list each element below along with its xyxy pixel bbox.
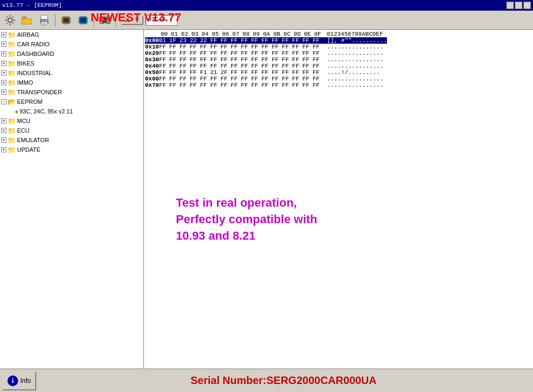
hex-byte-cell[interactable]: FF: [302, 37, 312, 44]
hex-byte-cell[interactable]: FF: [302, 50, 312, 56]
hex-byte-cell[interactable]: FF: [180, 50, 190, 56]
hex-byte-cell[interactable]: FF: [190, 63, 200, 69]
hex-byte-cell[interactable]: FF: [231, 56, 241, 63]
hex-byte-cell[interactable]: FF: [200, 56, 210, 63]
hex-byte-cell[interactable]: FF: [221, 63, 231, 69]
hex-byte-cell[interactable]: FF: [282, 69, 292, 76]
hex-byte-cell[interactable]: FF: [261, 69, 271, 76]
hex-byte-cell[interactable]: FF: [251, 50, 261, 56]
hex-byte-cell[interactable]: FF: [241, 69, 251, 76]
hex-byte-cell[interactable]: FF: [272, 69, 282, 76]
hex-byte-cell[interactable]: FF: [231, 50, 241, 56]
hex-byte-cell[interactable]: FF: [180, 82, 190, 88]
hex-byte-cell[interactable]: FF: [251, 69, 261, 76]
sidebar-item-bikes[interactable]: + 📁 BIKES: [0, 59, 143, 68]
sidebar-item-dashboard[interactable]: + 📁 DASHBOARD: [0, 49, 143, 59]
hex-byte-cell[interactable]: FF: [312, 50, 322, 56]
hex-byte-cell[interactable]: FF: [210, 56, 220, 63]
expand-transponder[interactable]: +: [1, 89, 6, 95]
hex-byte-cell[interactable]: FF: [282, 44, 292, 50]
sidebar-item-transponder[interactable]: + 📁 TRANSPONDER: [0, 87, 143, 97]
hex-byte-cell[interactable]: FF: [231, 76, 241, 82]
hex-byte-cell[interactable]: FF: [210, 63, 220, 69]
hex-byte-cell[interactable]: FF: [241, 44, 251, 50]
read-button[interactable]: [58, 13, 74, 28]
sidebar-item-emulator[interactable]: + 📁 EMULATOR: [0, 135, 143, 145]
hex-byte-cell[interactable]: FF: [261, 44, 271, 50]
hex-byte-cell[interactable]: FF: [292, 37, 302, 44]
hex-byte-cell[interactable]: FF: [312, 44, 322, 50]
expand-mcu[interactable]: +: [1, 118, 6, 124]
sidebar-item-car-radio[interactable]: + 📁 CAR RADIO: [0, 39, 143, 49]
sidebar-item-eeprom[interactable]: - 📂 EEPROM: [0, 97, 143, 107]
hex-byte-cell[interactable]: FF: [221, 82, 231, 88]
sidebar-item-airbag[interactable]: + 📁 AIRBAG: [0, 30, 143, 39]
hex-area[interactable]: 00 01 02 03 04 05 06 07 08 09 0A 0B 0C 0…: [144, 30, 533, 369]
hex-byte-cell[interactable]: FF: [282, 56, 292, 63]
hex-byte-cell[interactable]: FF: [159, 56, 169, 63]
hex-byte-cell[interactable]: FF: [292, 63, 302, 69]
hex-byte-cell[interactable]: FF: [241, 63, 251, 69]
hex-byte-cell[interactable]: FF: [292, 76, 302, 82]
hex-byte-cell[interactable]: FF: [221, 44, 231, 50]
hex-byte-cell[interactable]: FF: [159, 82, 169, 88]
hex-byte-cell[interactable]: FF: [282, 76, 292, 82]
hex-byte-cell[interactable]: FF: [190, 76, 200, 82]
hex-byte-cell[interactable]: FF: [180, 56, 190, 63]
hex-byte-cell[interactable]: FF: [210, 37, 220, 44]
hex-byte-cell[interactable]: FF: [302, 56, 312, 63]
hex-byte-cell[interactable]: FF: [190, 44, 200, 50]
hex-byte-cell[interactable]: FF: [282, 63, 292, 69]
hex-byte-cell[interactable]: FF: [251, 76, 261, 82]
hex-byte-cell[interactable]: FF: [200, 50, 210, 56]
hex-byte-cell[interactable]: FF: [200, 82, 210, 88]
hex-byte-cell[interactable]: FF: [292, 44, 302, 50]
expand-eeprom[interactable]: -: [1, 99, 6, 104]
hex-byte-cell[interactable]: FF: [159, 63, 169, 69]
hex-byte-cell[interactable]: FF: [282, 82, 292, 88]
hex-byte-cell[interactable]: FF: [282, 37, 292, 44]
hex-byte-cell[interactable]: FF: [292, 56, 302, 63]
hex-byte-cell[interactable]: 1F: [169, 37, 180, 44]
hex-byte-cell[interactable]: FF: [312, 37, 322, 44]
sidebar-item-ecu[interactable]: + 📁 ECU: [0, 126, 143, 135]
hex-byte-cell[interactable]: FF: [292, 69, 302, 76]
hex-byte-cell[interactable]: FF: [169, 76, 180, 82]
hex-byte-cell[interactable]: FF: [272, 82, 282, 88]
hex-byte-cell[interactable]: FF: [261, 56, 271, 63]
hex-byte-cell[interactable]: FF: [210, 76, 220, 82]
hex-byte-cell[interactable]: 21: [210, 69, 220, 76]
expand-emulator[interactable]: +: [1, 137, 6, 143]
open-button[interactable]: [19, 13, 35, 28]
hex-byte-cell[interactable]: FF: [302, 82, 312, 88]
expand-ecu[interactable]: +: [1, 128, 6, 133]
hex-byte-cell[interactable]: FF: [302, 63, 312, 69]
hex-byte-cell[interactable]: FF: [200, 76, 210, 82]
hex-byte-cell[interactable]: FF: [312, 69, 322, 76]
expand-car-radio[interactable]: +: [1, 42, 6, 47]
hex-byte-cell[interactable]: FF: [159, 76, 169, 82]
hex-byte-cell[interactable]: FF: [241, 82, 251, 88]
sidebar-item-eeprom-sub[interactable]: ♦ 93C, 24C, 95x v2.11: [0, 107, 143, 116]
hex-byte-cell[interactable]: FF: [272, 50, 282, 56]
hex-byte-cell[interactable]: FF: [312, 82, 322, 88]
hex-byte-cell[interactable]: FF: [169, 56, 180, 63]
transfer-button[interactable]: [97, 13, 113, 28]
hex-byte-cell[interactable]: FF: [251, 56, 261, 63]
sidebar-item-immo[interactable]: + 📁 IMMO: [0, 78, 143, 87]
hex-byte-cell[interactable]: FF: [210, 44, 220, 50]
write-button[interactable]: [75, 13, 91, 28]
hex-byte-cell[interactable]: FF: [210, 82, 220, 88]
hex-byte-cell[interactable]: FF: [190, 56, 200, 63]
hex-byte-cell[interactable]: FF: [159, 69, 169, 76]
hex-byte-cell[interactable]: FF: [272, 44, 282, 50]
minimize-button[interactable]: _: [506, 2, 514, 9]
hex-byte-cell[interactable]: FF: [221, 76, 231, 82]
hex-byte-cell[interactable]: FF: [292, 82, 302, 88]
hex-byte-cell[interactable]: FF: [251, 37, 261, 44]
hex-byte-cell[interactable]: FF: [302, 76, 312, 82]
settings-button[interactable]: [2, 13, 18, 28]
hex-byte-cell[interactable]: FF: [180, 69, 190, 76]
hex-byte-cell[interactable]: FF: [231, 44, 241, 50]
sidebar-item-mcu[interactable]: + 📁 MCU: [0, 116, 143, 126]
